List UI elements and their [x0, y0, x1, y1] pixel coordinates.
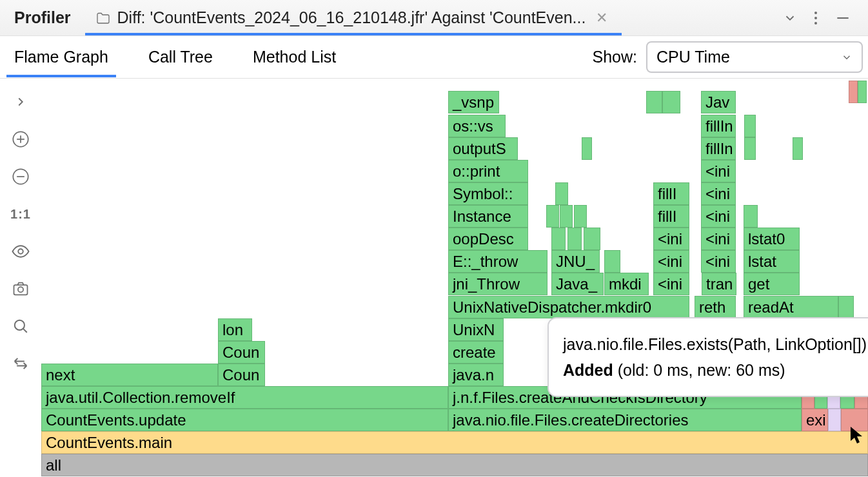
flame-frame[interactable]: Jav [701, 91, 736, 113]
editor-tab[interactable]: Diff: 'CountEvents_2024_06_16_210148.jfr… [85, 0, 622, 35]
show-label: Show: [593, 48, 637, 66]
flame-frame[interactable] [744, 115, 756, 137]
flame-frame[interactable] [582, 137, 592, 160]
flame-frame[interactable] [744, 137, 756, 160]
flame-frame[interactable]: fillI [653, 205, 689, 228]
tab-call-tree[interactable]: Call Tree [143, 37, 218, 77]
flame-frame[interactable]: CountEvents.main [41, 431, 868, 454]
tool-window-title: Profiler [0, 8, 85, 27]
search-icon[interactable] [9, 315, 32, 338]
show-dropdown[interactable]: CPU Time [646, 41, 863, 73]
flame-frame[interactable]: java.n [448, 364, 504, 386]
flame-frame[interactable]: fillIn [701, 115, 736, 137]
flame-graph[interactable]: java.nio.file.Files.exists(Path, LinkOpt… [41, 79, 868, 477]
flame-frame[interactable] [555, 182, 568, 205]
flame-frame[interactable] [793, 137, 803, 160]
flame-frame[interactable]: <ini [701, 160, 736, 182]
svg-point-9 [18, 249, 23, 254]
flame-frame[interactable]: lon [218, 318, 252, 341]
flame-frame[interactable] [546, 205, 559, 228]
minimize-icon[interactable] [834, 10, 851, 26]
preview-icon[interactable] [9, 240, 32, 263]
flame-frame[interactable]: Java_ [551, 273, 604, 295]
flame-frame[interactable] [858, 81, 867, 103]
flame-frame[interactable]: jni_Throw [448, 273, 547, 295]
svg-point-1 [814, 17, 817, 19]
subheader-bar: Flame Graph Call Tree Method List Show: … [0, 36, 868, 79]
flame-frame[interactable]: lstat0 [744, 228, 800, 250]
header-bar: Profiler Diff: 'CountEvents_2024_06_16_2… [0, 0, 868, 36]
flame-frame[interactable]: reth [695, 296, 736, 318]
flame-frame[interactable]: Instance [448, 205, 528, 228]
flame-frame[interactable]: <ini [653, 228, 689, 250]
svg-point-0 [814, 12, 817, 14]
close-icon[interactable]: ✕ [592, 10, 611, 26]
flame-frame[interactable]: Symbol:: [448, 182, 528, 205]
flame-frame[interactable]: get [744, 273, 800, 295]
flame-frame[interactable]: JNU_ [551, 250, 600, 273]
flame-frame[interactable]: <ini [653, 273, 689, 295]
svg-point-11 [18, 287, 23, 292]
flame-frame[interactable]: o::print [448, 160, 528, 182]
flame-frame[interactable]: Coun [218, 364, 265, 386]
flame-frame[interactable]: <ini [701, 250, 736, 273]
flame-frame[interactable] [646, 91, 662, 113]
snapshot-icon[interactable] [9, 277, 32, 300]
flame-frame[interactable]: lstat [744, 250, 800, 273]
tab-active-indicator [85, 33, 622, 35]
flame-frame[interactable]: E::_throw [448, 250, 547, 273]
flame-frame[interactable] [551, 228, 566, 250]
chevron-down-icon[interactable] [783, 11, 797, 25]
tooltip-detail: (old: 0 ms, new: 60 ms) [613, 361, 785, 379]
flame-frame[interactable]: CountEvents.update [41, 409, 448, 431]
flame-frame[interactable]: <ini [701, 228, 736, 250]
flame-frame[interactable]: <ini [701, 182, 736, 205]
flame-frame[interactable]: exi [802, 409, 828, 431]
flame-frame[interactable]: java.nio.file.Files.createDirectories [448, 409, 802, 431]
tooltip-added-label: Added [563, 361, 613, 379]
flame-frame[interactable]: all [41, 454, 868, 476]
svg-point-12 [15, 320, 25, 330]
flame-frame[interactable] [574, 205, 587, 228]
flame-frame[interactable] [662, 91, 680, 113]
flame-frame[interactable]: next [41, 364, 218, 386]
ratio-button[interactable]: 1:1 [9, 202, 32, 226]
flame-frame[interactable] [828, 409, 841, 431]
dropdown-value: CPU Time [656, 48, 730, 66]
flame-frame[interactable] [584, 228, 600, 250]
flame-frame[interactable]: mkdi [604, 273, 649, 295]
flame-frame[interactable]: create [448, 341, 504, 364]
flame-frame[interactable]: _vsnp [448, 91, 499, 113]
tab-flame-graph[interactable]: Flame Graph [9, 37, 113, 77]
flame-frame[interactable]: oopDesc [448, 228, 528, 250]
zoom-in-icon[interactable] [9, 128, 32, 151]
header-actions [783, 10, 868, 26]
tab-method-list[interactable]: Method List [248, 37, 341, 77]
expand-icon[interactable] [9, 90, 32, 113]
view-tabs: Flame Graph Call Tree Method List [0, 37, 341, 77]
flame-frame[interactable] [744, 205, 758, 228]
flame-frame[interactable]: fillIn [701, 137, 736, 160]
flame-frame[interactable] [567, 228, 582, 250]
left-toolbar: 1:1 [0, 79, 41, 477]
cursor-icon [849, 425, 864, 445]
flame-frame[interactable]: fillI [653, 182, 689, 205]
flame-frame[interactable]: os::vs [448, 115, 506, 137]
flame-frame[interactable] [560, 205, 573, 228]
flame-frame[interactable]: tran [702, 273, 736, 295]
chevron-down-icon [841, 52, 853, 63]
flame-frame[interactable]: Coun [218, 341, 265, 364]
flame-frame[interactable] [604, 250, 620, 273]
flame-frame[interactable]: java.util.Collection.removeIf [41, 386, 448, 409]
swap-icon[interactable] [9, 352, 32, 375]
flame-frame[interactable]: <ini [653, 250, 689, 273]
more-menu-icon[interactable] [814, 10, 818, 26]
flame-frame[interactable] [838, 296, 854, 318]
flame-frame[interactable]: <ini [701, 205, 736, 228]
flame-frame[interactable]: UnixN [448, 318, 504, 341]
flame-frame[interactable]: outputS [448, 137, 518, 160]
flame-frame[interactable]: readAt [744, 296, 838, 318]
zoom-out-icon[interactable] [9, 165, 32, 188]
flame-frame[interactable] [849, 81, 858, 103]
flame-frame[interactable]: UnixNativeDispatcher.mkdir0 [448, 296, 689, 318]
